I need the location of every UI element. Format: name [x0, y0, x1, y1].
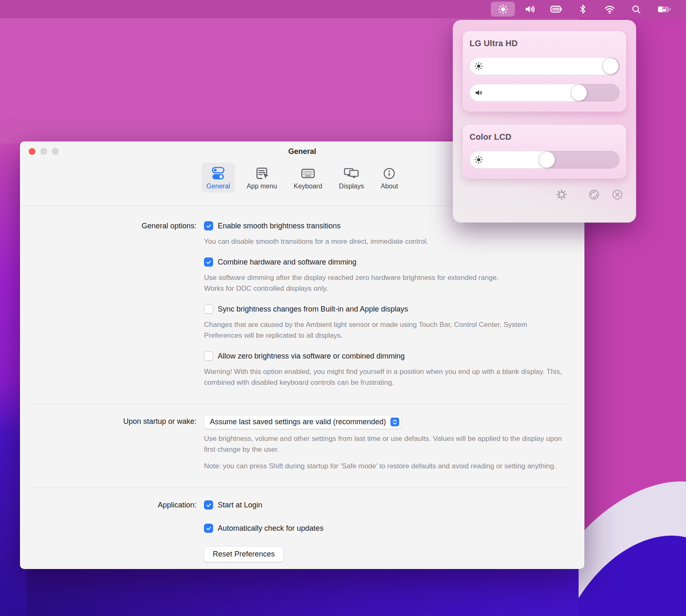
section-label: General options: [20, 220, 196, 388]
display-card-lg-ultra-hd: LG Ultra HD [463, 31, 626, 111]
option-helper-text: Use software dimming after the display r… [204, 272, 514, 294]
displays-icon [343, 166, 359, 181]
tab-displays[interactable]: Displays [334, 163, 369, 193]
traffic-lights [29, 148, 59, 155]
menubar-search-icon[interactable] [624, 2, 648, 17]
toggles-icon [210, 166, 226, 181]
refresh-icon[interactable] [587, 188, 601, 202]
slider-knob[interactable] [571, 85, 587, 101]
sun-icon [474, 155, 483, 164]
tab-app-menu[interactable]: App menu [242, 163, 282, 193]
selected-option: Assume last saved settings are valid (re… [210, 418, 386, 426]
checkbox[interactable] [204, 524, 213, 533]
display-card-color-lcd: Color LCD [463, 125, 626, 178]
info-icon [381, 166, 397, 181]
slider-fill [470, 57, 619, 75]
section-label: Upon startup or wake: [20, 416, 196, 472]
check-icon [206, 259, 212, 265]
minimize-window-button[interactable] [40, 148, 47, 155]
zoom-window-button[interactable] [52, 148, 59, 155]
tab-about[interactable]: About [376, 163, 403, 193]
checkbox[interactable] [204, 500, 213, 510]
check-icon [206, 223, 212, 229]
option-label: Start at Login [218, 501, 262, 510]
checkbox[interactable] [204, 304, 213, 314]
close-icon[interactable] [610, 188, 624, 202]
startup-note-text: Note: you can press Shift during startup… [204, 461, 557, 472]
option-combine-dimming: Combine hardware and software dimming Us… [204, 256, 584, 294]
menubar-battery-icon[interactable] [651, 2, 678, 17]
chevron-up-down-icon [390, 418, 399, 426]
section-label: Application: [20, 499, 196, 562]
option-zero-brightness: Allow zero brightness via software or co… [204, 350, 584, 388]
bluetooth-icon [578, 4, 588, 14]
checkbox[interactable] [204, 257, 213, 267]
keyboard-icon [300, 166, 316, 181]
menubar-bluetooth-icon[interactable] [571, 2, 595, 17]
tab-label: Displays [339, 183, 364, 190]
tab-general[interactable]: General [201, 163, 235, 193]
slider-fill [470, 84, 587, 101]
display-name: Color LCD [470, 132, 619, 142]
menubar-wifi-icon[interactable] [597, 2, 621, 17]
sun-icon [498, 4, 508, 15]
slider-knob[interactable] [603, 58, 619, 74]
brightness-popover: LG Ultra HD [453, 20, 636, 223]
reset-preferences-button[interactable]: Reset Preferences [204, 547, 283, 562]
close-window-button[interactable] [29, 148, 35, 155]
tab-label: App menu [247, 183, 277, 190]
startup-helper-text: Use brightness, volume and other setting… [204, 433, 565, 455]
speaker-icon [474, 88, 483, 97]
menu-bar [0, 0, 686, 18]
speaker-icon [524, 4, 535, 15]
option-label: Automatically check for updates [218, 524, 323, 533]
battery-charging-icon [657, 4, 671, 15]
startup-row: Upon startup or wake: Assume last saved … [20, 416, 584, 472]
brightness-slider[interactable] [470, 57, 619, 75]
general-options-row: General options: Enable smooth brightnes… [20, 220, 584, 388]
startup-behavior-select[interactable]: Assume last saved settings are valid (re… [204, 416, 401, 429]
section-divider [33, 487, 569, 488]
check-icon [206, 502, 212, 508]
option-start-at-login: Start at Login [204, 499, 584, 511]
checkbox[interactable] [204, 221, 213, 230]
tab-label: General [206, 183, 230, 190]
menubar-keyboard-battery-icon[interactable] [544, 2, 568, 17]
application-row: Application: Start at Login [20, 499, 584, 562]
preferences-content: General options: Enable smooth brightnes… [20, 206, 584, 562]
tab-keyboard[interactable]: Keyboard [289, 163, 328, 193]
option-auto-update: Automatically check for updates [204, 522, 584, 534]
check-icon [206, 525, 212, 532]
search-icon [631, 4, 641, 15]
option-helper-text: Changes that are caused by the Ambient l… [204, 319, 567, 341]
display-name: LG Ultra HD [470, 39, 619, 48]
checkbox[interactable] [204, 351, 213, 361]
option-helper-text: You can disable smooth transitions for a… [204, 236, 567, 247]
option-label: Combine hardware and software dimming [218, 258, 356, 267]
app-menu-icon [254, 166, 270, 181]
option-label: Sync brightness changes from Built-in an… [218, 305, 408, 314]
brightness-slider[interactable] [470, 151, 619, 168]
option-helper-text: Warning! With this option enabled, you m… [204, 366, 574, 388]
tab-label: Keyboard [294, 183, 323, 190]
menubar-volume-icon[interactable] [517, 2, 542, 17]
wifi-icon [604, 4, 615, 15]
option-sync-brightness: Sync brightness changes from Built-in an… [204, 303, 584, 341]
popover-actions [463, 188, 626, 202]
section-divider [33, 404, 569, 404]
volume-slider[interactable] [470, 84, 619, 101]
option-label: Allow zero brightness via software or co… [218, 352, 405, 361]
option-label: Enable smooth brightness transitions [218, 222, 341, 230]
menubar-brightness-icon[interactable] [491, 2, 515, 17]
sun-icon [474, 62, 483, 71]
settings-gear-icon[interactable] [554, 188, 569, 202]
tab-label: About [381, 183, 398, 190]
option-smooth-transitions: Enable smooth brightness transitions You… [204, 220, 584, 247]
keyboard-battery-icon [550, 4, 562, 15]
